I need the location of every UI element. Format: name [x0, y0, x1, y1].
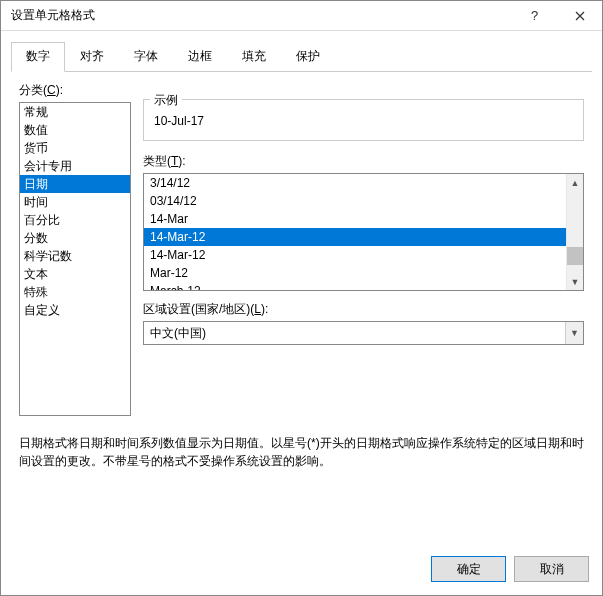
type-item[interactable]: 14-Mar: [144, 210, 566, 228]
scroll-track[interactable]: [567, 191, 583, 273]
sample-legend: 示例: [150, 92, 182, 109]
category-item[interactable]: 分数: [20, 229, 130, 247]
locale-label: 区域设置(国家/地区)(L):: [143, 301, 584, 318]
help-button[interactable]: ?: [512, 1, 557, 30]
type-label: 类型(T):: [143, 153, 584, 170]
spacer-label: [143, 82, 584, 96]
tab-font[interactable]: 字体: [119, 42, 173, 72]
category-item[interactable]: 自定义: [20, 301, 130, 319]
close-button[interactable]: [557, 1, 602, 30]
tab-alignment[interactable]: 对齐: [65, 42, 119, 72]
category-item[interactable]: 会计专用: [20, 157, 130, 175]
content-area: 分类(C): 常规数值货币会计专用日期时间百分比分数科学记数文本特殊自定义 示例…: [1, 72, 602, 416]
category-item[interactable]: 数值: [20, 121, 130, 139]
tab-protection[interactable]: 保护: [281, 42, 335, 72]
cancel-button[interactable]: 取消: [514, 556, 589, 582]
scroll-thumb[interactable]: [567, 247, 583, 265]
locale-combobox[interactable]: 中文(中国) ▼: [143, 321, 584, 345]
chevron-down-icon[interactable]: ▼: [565, 322, 583, 344]
close-icon: [575, 11, 585, 21]
type-item[interactable]: Mar-12: [144, 264, 566, 282]
type-item[interactable]: March-12: [144, 282, 566, 290]
sample-group: 示例 10-Jul-17: [143, 99, 584, 141]
sample-value: 10-Jul-17: [152, 112, 575, 130]
category-item[interactable]: 货币: [20, 139, 130, 157]
type-scrollbar[interactable]: ▲ ▼: [566, 174, 583, 290]
scroll-down-button[interactable]: ▼: [567, 273, 583, 290]
locale-value: 中文(中国): [144, 322, 565, 344]
category-item[interactable]: 特殊: [20, 283, 130, 301]
dialog-title: 设置单元格格式: [11, 7, 512, 24]
tab-fill[interactable]: 填充: [227, 42, 281, 72]
type-listbox[interactable]: 3/14/1203/14/1214-Mar14-Mar-1214-Mar-12M…: [143, 173, 584, 291]
type-item[interactable]: 14-Mar-12: [144, 246, 566, 264]
type-item[interactable]: 03/14/12: [144, 192, 566, 210]
tab-border[interactable]: 边框: [173, 42, 227, 72]
category-item[interactable]: 日期: [20, 175, 130, 193]
dialog-footer: 确定 取消: [431, 556, 589, 582]
title-bar: 设置单元格格式 ?: [1, 1, 602, 31]
description-text: 日期格式将日期和时间系列数值显示为日期值。以星号(*)开头的日期格式响应操作系统…: [19, 434, 584, 470]
category-item[interactable]: 文本: [20, 265, 130, 283]
category-item[interactable]: 常规: [20, 103, 130, 121]
category-listbox[interactable]: 常规数值货币会计专用日期时间百分比分数科学记数文本特殊自定义: [19, 102, 131, 416]
category-item[interactable]: 百分比: [20, 211, 130, 229]
tab-number[interactable]: 数字: [11, 42, 65, 72]
tab-strip: 数字 对齐 字体 边框 填充 保护: [11, 41, 592, 72]
scroll-up-button[interactable]: ▲: [567, 174, 583, 191]
type-item[interactable]: 14-Mar-12: [144, 228, 566, 246]
type-item[interactable]: 3/14/12: [144, 174, 566, 192]
category-label: 分类(C):: [19, 82, 131, 99]
category-item[interactable]: 科学记数: [20, 247, 130, 265]
category-item[interactable]: 时间: [20, 193, 130, 211]
ok-button[interactable]: 确定: [431, 556, 506, 582]
